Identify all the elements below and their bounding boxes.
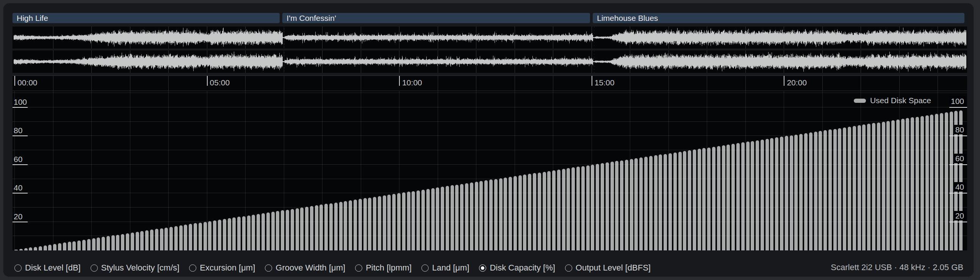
usage-bar bbox=[223, 219, 226, 250]
metric-radio-label[interactable]: Pitch [lpmm] bbox=[366, 263, 412, 273]
radio-selected-icon[interactable] bbox=[479, 264, 486, 272]
usage-bar bbox=[213, 221, 216, 250]
usage-bar bbox=[824, 130, 827, 250]
radio-unselected-icon[interactable] bbox=[565, 264, 572, 272]
usage-bar bbox=[136, 232, 139, 250]
usage-bar bbox=[422, 190, 425, 250]
usage-bar bbox=[131, 233, 134, 250]
metric-radio-option[interactable]: Land [μm] bbox=[422, 263, 469, 273]
radio-unselected-icon[interactable] bbox=[189, 264, 196, 272]
usage-bar bbox=[373, 197, 376, 250]
usage-bar bbox=[523, 174, 527, 250]
usage-bar bbox=[19, 249, 23, 250]
usage-bar bbox=[819, 131, 822, 250]
usage-bar bbox=[649, 156, 652, 250]
usage-bar bbox=[494, 179, 498, 251]
metric-radio-label[interactable]: Groove Width [μm] bbox=[275, 263, 345, 273]
metric-radio-option[interactable]: Stylus Velocity [cm/s] bbox=[91, 263, 180, 273]
metric-radio-option[interactable]: Excursion [μm] bbox=[189, 263, 255, 273]
usage-bar bbox=[635, 158, 638, 250]
usage-bar bbox=[470, 182, 473, 250]
usage-bar bbox=[668, 153, 672, 250]
timeline-minute-line bbox=[553, 76, 553, 91]
usage-bar bbox=[945, 112, 948, 250]
radio-unselected-icon[interactable] bbox=[355, 264, 362, 272]
usage-bar bbox=[325, 204, 328, 250]
usage-bar bbox=[858, 125, 861, 250]
usage-bar bbox=[251, 215, 255, 250]
radio-unselected-icon[interactable] bbox=[14, 264, 22, 272]
y-tick-underline bbox=[13, 193, 28, 194]
timeline-minute-line bbox=[284, 76, 284, 91]
y-tick-underline bbox=[949, 193, 967, 194]
y-axis-label-right: 80 bbox=[954, 125, 966, 134]
usage-bar bbox=[886, 121, 890, 250]
metric-radio-label[interactable]: Excursion [μm] bbox=[200, 263, 255, 273]
timeline-minute-line bbox=[476, 76, 476, 91]
usage-bar bbox=[940, 113, 943, 250]
metric-radio-label[interactable]: Disk Capacity [%] bbox=[490, 263, 555, 273]
usage-bar bbox=[794, 135, 798, 250]
usage-bar bbox=[368, 198, 371, 250]
usage-bar bbox=[445, 186, 449, 250]
used-disk-space-swatch bbox=[854, 99, 866, 103]
usage-bar bbox=[315, 205, 318, 250]
usage-bar bbox=[867, 124, 870, 250]
metric-radio-option[interactable]: Groove Width [μm] bbox=[265, 263, 345, 273]
usage-bar bbox=[654, 155, 657, 250]
usage-bar bbox=[44, 245, 47, 250]
timeline-minute-line bbox=[630, 76, 630, 91]
stereo-waveform-display[interactable] bbox=[13, 27, 967, 73]
usage-bar bbox=[72, 241, 76, 251]
timeline-tick-label: 20:00 bbox=[787, 78, 807, 87]
region-bar[interactable]: Limehouse Blues bbox=[593, 13, 964, 23]
metric-radio-option[interactable]: Pitch [lpmm] bbox=[355, 263, 412, 273]
y-axis-label-left: 40 bbox=[14, 184, 22, 192]
usage-bar bbox=[82, 240, 86, 250]
metric-radio-option[interactable]: Output Level [dBFS] bbox=[565, 263, 651, 273]
usage-bar bbox=[208, 221, 212, 250]
usage-bar bbox=[53, 244, 56, 250]
usage-bar bbox=[814, 132, 818, 250]
metric-radio-option[interactable]: Disk Level [dB] bbox=[14, 263, 81, 273]
usage-bar bbox=[160, 229, 163, 250]
usage-bar bbox=[145, 230, 148, 250]
usage-bar bbox=[329, 203, 333, 250]
usage-bar bbox=[620, 160, 624, 251]
metric-radio-option[interactable]: Disk Capacity [%] bbox=[479, 263, 555, 273]
timeline-minute-line bbox=[515, 76, 515, 91]
usage-bar bbox=[358, 199, 362, 250]
timeline-ruler[interactable]: 00:0005:0010:0015:0020:00 bbox=[13, 76, 967, 91]
radio-unselected-icon[interactable] bbox=[265, 264, 272, 272]
usage-bar bbox=[431, 188, 435, 250]
usage-bar bbox=[402, 192, 406, 250]
usage-bar bbox=[799, 134, 803, 250]
usage-bar bbox=[683, 151, 686, 250]
metric-radio-label[interactable]: Disk Level [dB] bbox=[25, 263, 81, 273]
timeline-minute-line bbox=[322, 76, 323, 91]
metric-radio-label[interactable]: Land [μm] bbox=[432, 263, 469, 273]
usage-bar bbox=[509, 177, 512, 250]
usage-bar bbox=[348, 200, 352, 250]
usage-bar bbox=[392, 194, 396, 250]
usage-bar bbox=[591, 165, 594, 250]
usage-bar bbox=[615, 161, 619, 250]
usage-bar bbox=[751, 141, 754, 250]
usage-bar bbox=[571, 167, 575, 250]
usage-bar bbox=[174, 226, 178, 250]
usage-bar bbox=[77, 240, 81, 250]
usage-bar bbox=[611, 162, 614, 250]
timeline-minute-line bbox=[937, 76, 938, 91]
radio-unselected-icon[interactable] bbox=[91, 264, 98, 272]
metric-radio-label[interactable]: Output Level [dBFS] bbox=[576, 263, 651, 273]
region-bar[interactable]: High Life bbox=[13, 13, 280, 23]
usage-bar bbox=[228, 218, 231, 250]
metric-radio-label[interactable]: Stylus Velocity [cm/s] bbox=[101, 263, 180, 273]
usage-bar bbox=[838, 128, 841, 250]
usage-bar bbox=[271, 212, 275, 250]
radio-unselected-icon[interactable] bbox=[422, 264, 429, 272]
usage-bar bbox=[218, 220, 221, 250]
usage-bar bbox=[538, 173, 541, 250]
usage-bar bbox=[499, 178, 503, 250]
region-bar[interactable]: I'm Confessin' bbox=[282, 13, 590, 23]
